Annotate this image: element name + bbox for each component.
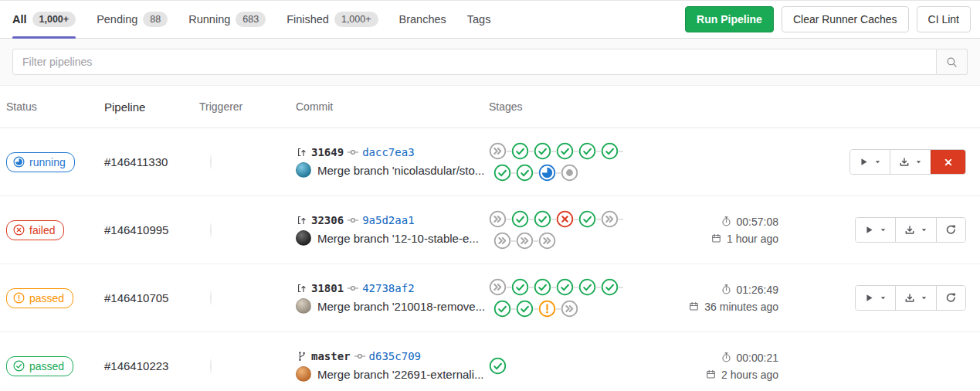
play-icon [858,156,870,168]
stage-icon-success[interactable] [493,164,511,182]
stage-icon-skipped[interactable] [538,232,556,250]
stage-icon-success[interactable] [511,278,529,296]
stage-icon-success[interactable] [493,300,511,318]
retry-pipeline-button[interactable] [936,218,965,242]
stages-list [489,278,629,318]
pipeline-row: failed #146410995 32306 9a5d2aa1 Merge b… [0,196,980,264]
tab-count-badge: 88 [143,12,168,27]
stage-icon-success[interactable] [534,278,551,296]
stage-icon-success[interactable] [534,142,551,160]
search-button[interactable] [937,49,968,75]
stage-icon-warning[interactable] [538,300,556,318]
commit-author-avatar[interactable] [296,230,311,246]
stage-icon-success[interactable] [489,357,507,375]
stage-icon-success[interactable] [601,278,619,296]
tab-branches[interactable]: Branches [399,1,446,38]
stage-icon-success[interactable] [511,210,529,228]
tabs: All 1,000+ Pending 88 Running 683 Finish… [12,1,490,38]
commit-message-link[interactable]: Merge branch 'nicolasdular/sto... [317,164,484,177]
stage-icon-skipped[interactable] [489,210,507,228]
triggerer-avatar[interactable] [210,291,212,305]
time-cell: 00:57:08 1 hour ago [629,216,846,245]
pipeline-id-link[interactable]: #146410995 [104,223,199,236]
merge-request-ref-link[interactable]: 31801 [311,282,344,294]
status-badge-passed-with-warnings[interactable]: passed [6,288,73,308]
stage-icon-success[interactable] [578,278,596,296]
stage-icon-skipped[interactable] [601,210,619,228]
stage-icon-success[interactable] [578,210,596,228]
cancel-pipeline-button[interactable] [931,150,965,174]
manual-actions-dropdown-button[interactable] [856,218,895,242]
commit-sha-link[interactable]: d635c709 [369,350,421,362]
stage-icon-skipped[interactable] [489,142,507,160]
stage-icon-skipped[interactable] [493,232,511,250]
pipeline-id-link[interactable]: #146411330 [104,155,199,168]
tab-running[interactable]: Running 683 [188,1,266,38]
retry-pipeline-button[interactable] [936,286,965,310]
stage-connector [619,151,623,152]
commit-sha-link[interactable]: 42738af2 [362,282,414,294]
tab-all[interactable]: All 1,000+ [12,1,76,38]
stages-list [489,210,629,250]
stage-icon-success[interactable] [516,164,534,182]
tab-tags[interactable]: Tags [467,1,491,38]
timer-icon [721,352,732,363]
chevron-down-icon [879,226,887,234]
commit-icon [354,350,366,362]
merge-request-ref-link[interactable]: 31649 [311,146,344,158]
merge-request-ref-link[interactable]: 32306 [311,214,344,226]
tab-count-badge: 683 [236,12,266,27]
artifacts-dropdown-button[interactable] [895,218,936,242]
commit-message-link[interactable]: Merge branch '12-10-stable-e... [317,232,479,245]
triggerer-avatar[interactable] [210,359,212,373]
clear-runner-caches-button[interactable]: Clear Runner Caches [782,6,909,32]
stage-icon-success[interactable] [578,142,596,160]
triggerer-avatar[interactable] [210,223,212,237]
commit-icon [347,282,359,294]
pipeline-id-link[interactable]: #146410705 [104,291,199,304]
commit-author-avatar[interactable] [296,162,311,178]
merge-request-icon [296,146,308,158]
tab-pending[interactable]: Pending 88 [97,1,168,38]
stage-icon-failed[interactable] [556,210,574,228]
manual-actions-dropdown-button[interactable] [856,286,895,310]
stage-icon-success[interactable] [556,278,574,296]
pipeline-duration: 00:57:08 [737,216,779,228]
run-pipeline-button[interactable]: Run Pipeline [685,6,774,32]
manual-actions-dropdown-button[interactable] [850,150,890,174]
branch-ref-link[interactable]: master [311,350,351,362]
commit-author-avatar[interactable] [296,298,311,314]
commit-author-avatar[interactable] [296,366,311,382]
stage-icon-skipped[interactable] [489,278,507,296]
table-header: Status Pipeline Triggerer Commit Stages [0,86,980,128]
stage-icon-success[interactable] [511,142,529,160]
tab-all-label: All [12,13,27,26]
commit-message-link[interactable]: Merge branch '210018-remove... [317,300,485,313]
status-badge-failed[interactable]: failed [6,220,64,240]
filter-group [12,49,968,75]
chevron-down-icon [873,158,882,166]
stage-icon-success[interactable] [516,300,534,318]
commit-sha-link[interactable]: 9a5d2aa1 [362,214,414,226]
pipeline-id-link[interactable]: #146410223 [104,359,199,372]
status-badge-passed[interactable]: passed [6,356,73,376]
artifacts-dropdown-button[interactable] [890,150,931,174]
commit-message-link[interactable]: Merge branch '22691-externali... [317,368,484,381]
column-header-status: Status [6,100,104,113]
stage-icon-skipped[interactable] [516,232,534,250]
stage-icon-skipped[interactable] [561,300,578,318]
ci-lint-button[interactable]: CI Lint [917,6,971,32]
stage-icon-created[interactable] [561,164,578,182]
tab-finished[interactable]: Finished 1,000+ [287,1,378,38]
stage-icon-success[interactable] [556,142,574,160]
triggerer-avatar[interactable] [210,155,212,169]
status-badge-running[interactable]: running [6,152,75,172]
commit-icon [347,146,359,158]
artifacts-dropdown-button[interactable] [895,286,936,310]
stage-icon-running[interactable] [538,164,556,182]
stage-icon-success[interactable] [601,142,619,160]
chevron-down-icon [920,294,928,302]
commit-sha-link[interactable]: dacc7ea3 [362,146,414,158]
stage-icon-success[interactable] [534,210,551,228]
filter-pipelines-input[interactable] [12,49,937,75]
